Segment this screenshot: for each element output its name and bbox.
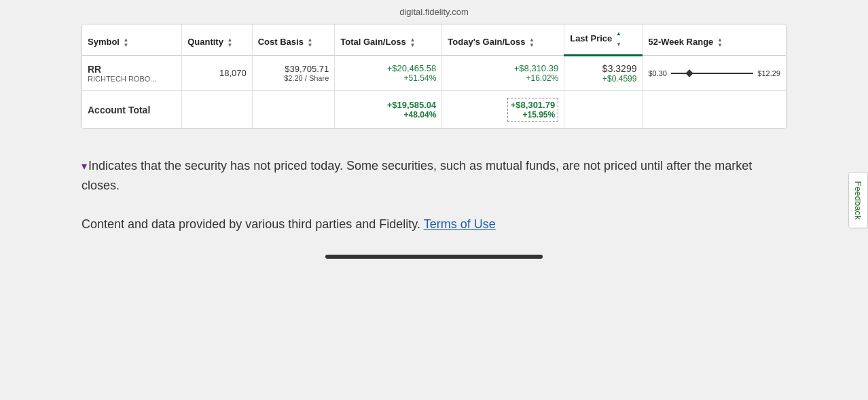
sort-arrows-symbol: ▲▼ bbox=[124, 37, 129, 48]
col-header-week-range[interactable]: 52-Week Range ▲▼ bbox=[643, 24, 786, 56]
disclaimer-section: ▾Indicates that the security has not pri… bbox=[0, 129, 868, 248]
sort-arrows-todays-gain-loss: ▲▼ bbox=[529, 37, 535, 48]
scrollbar[interactable] bbox=[325, 255, 543, 259]
account-total-qty bbox=[182, 91, 253, 129]
symbol-cell: RR RICHTECH ROBO... bbox=[82, 56, 182, 91]
col-header-todays-gain-loss[interactable]: Today's Gain/Loss ▲▼ bbox=[442, 24, 564, 56]
range-bar bbox=[671, 73, 753, 74]
table-header-row: Symbol ▲▼ Quantity ▲▼ Cost Basis ▲▼ Tota… bbox=[82, 24, 786, 56]
range-bar-container: $0.30 $12.29 bbox=[648, 69, 780, 77]
account-total-range bbox=[643, 91, 786, 129]
cost-basis-per-share: $2.20 / Share bbox=[258, 74, 329, 82]
account-total-cost bbox=[252, 91, 335, 129]
account-total-todays-gain-amount: +$8,301.79 bbox=[511, 100, 555, 110]
total-gain-loss-cell: +$20,465.58 +51.54% bbox=[335, 56, 442, 91]
disclaimer-paragraph-1: ▾Indicates that the security has not pri… bbox=[82, 156, 786, 196]
disclaimer-mark: ▾ bbox=[82, 160, 87, 172]
sort-arrows-quantity: ▲▼ bbox=[228, 37, 233, 48]
account-total-todays-gain-pct: +15.95% bbox=[511, 110, 555, 120]
positions-table-container: Symbol ▲▼ Quantity ▲▼ Cost Basis ▲▼ Tota… bbox=[82, 24, 786, 129]
site-url: digital.fidelity.com bbox=[0, 0, 868, 24]
col-header-last-price[interactable]: Last Price ▲▼ bbox=[564, 24, 643, 56]
disclaimer-paragraph-2: Content and data provided by various thi… bbox=[82, 215, 786, 234]
todays-gain-amount: +$8,310.39 bbox=[448, 63, 558, 73]
page-wrapper: digital.fidelity.com Symbol ▲▼ Quantity … bbox=[0, 0, 868, 259]
last-price-change: +$0.4599 bbox=[570, 74, 636, 84]
account-total-gain-amount: +$19,585.04 bbox=[340, 100, 436, 110]
cost-basis-cell: $39,705.71 $2.20 / Share bbox=[252, 56, 335, 91]
col-header-total-gain-loss[interactable]: Total Gain/Loss ▲▼ bbox=[335, 24, 442, 56]
terms-of-use-link[interactable]: Terms of Use bbox=[424, 217, 496, 231]
positions-table: Symbol ▲▼ Quantity ▲▼ Cost Basis ▲▼ Tota… bbox=[82, 24, 786, 128]
account-total-todays-gain-wrapper: +$8,301.79 +15.95% bbox=[507, 98, 558, 122]
todays-gain-loss-cell: +$8,310.39 +16.02% bbox=[442, 56, 564, 91]
col-header-symbol[interactable]: Symbol ▲▼ bbox=[82, 24, 182, 56]
sort-arrows-week-range: ▲▼ bbox=[717, 37, 723, 48]
account-total-todays-gain-cell: +$8,301.79 +15.95% bbox=[442, 91, 564, 129]
last-price-cell: $3.3299 +$0.4599 bbox=[564, 56, 643, 91]
account-total-gain-pct: +48.04% bbox=[340, 110, 436, 120]
sort-arrows-last-price: ▲▼ bbox=[616, 31, 621, 48]
account-total-gain-cell: +$19,585.04 +48.04% bbox=[335, 91, 442, 129]
todays-gain-pct: +16.02% bbox=[448, 73, 558, 83]
range-low: $0.30 bbox=[648, 69, 667, 77]
feedback-tab[interactable]: Feedback bbox=[848, 172, 868, 228]
range-high: $12.29 bbox=[757, 69, 780, 77]
col-header-quantity[interactable]: Quantity ▲▼ bbox=[182, 24, 253, 56]
symbol-name: RICHTECH ROBO... bbox=[88, 75, 176, 83]
quantity-cell: 18,070 bbox=[182, 56, 253, 91]
table-row: RR RICHTECH ROBO... 18,070 $39,705.71 $2… bbox=[82, 56, 786, 91]
total-gain-amount: +$20,465.58 bbox=[340, 63, 436, 73]
account-total-last-price bbox=[564, 91, 643, 129]
last-price-value: $3.3299 bbox=[570, 63, 636, 74]
total-gain-pct: +51.54% bbox=[340, 73, 436, 83]
account-total-label-cell: Account Total bbox=[82, 91, 182, 129]
sort-arrows-total-gain-loss: ▲▼ bbox=[410, 37, 415, 48]
range-diamond bbox=[685, 69, 693, 77]
symbol-ticker: RR bbox=[88, 64, 176, 75]
account-total-row: Account Total +$19,585.04 +48.04% +$8,30… bbox=[82, 91, 786, 129]
sort-arrows-cost-basis: ▲▼ bbox=[308, 37, 313, 48]
week-range-cell: $0.30 $12.29 bbox=[643, 56, 786, 91]
col-header-cost-basis[interactable]: Cost Basis ▲▼ bbox=[252, 24, 335, 56]
